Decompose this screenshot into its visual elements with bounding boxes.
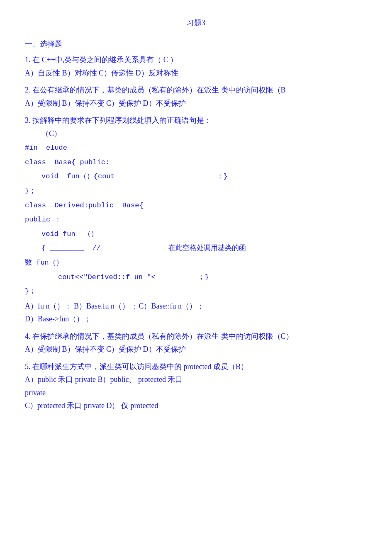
question-3-answer: （C） [25,127,367,141]
code-line-10: cout<<"Derived::f un "< ；} [25,271,367,284]
code-line-9: 数 fun（） [25,257,367,270]
section-header: 一、选择题 [25,38,367,51]
question-1-text: 1. 在 C++中,类与类之间的继承关系具有（ C ） [25,53,367,67]
question-2-text: 2. 在公有继承的情况下，基类的成员（私有的除外）在派生 类中的访问权限（B [25,84,367,97]
question-3: 3. 按解释中的要求在下列程序划线处填入的正确语句是： （C） #in elud… [25,114,367,326]
code-line-7: void fun （） [25,228,367,241]
code-line-4: }； [25,185,367,198]
page-title: 习题3 [25,17,367,29]
code-line-6: public ： [25,214,367,226]
code-line-8: { ________ // 在此空格处调用基类的函 [25,242,367,255]
question-1: 1. 在 C++中,类与类之间的继承关系具有（ C ） A）自反性 B）对称性 … [25,53,367,80]
code-line-2: class Base{ public: [25,156,367,169]
question-1-options: A）自反性 B）对称性 C）传递性 D）反对称性 [25,67,367,80]
code-line-3: void fun（）{cout ；} [25,170,367,183]
question-5-text: 5. 在哪种派生方式中，派生类可以访问基类中的 protected 成员（B） [25,360,367,374]
question-4-options: A）受限制 B）保持不变 C）受保护 D）不受保护 [25,343,367,356]
question-4: 4. 在保护继承的情况下，基类的成员（私有的除外）在派生 类中的访问权限（C） … [25,330,367,356]
question-4-text: 4. 在保护继承的情况下，基类的成员（私有的除外）在派生 类中的访问权限（C） [25,330,367,343]
question-2: 2. 在公有继承的情况下，基类的成员（私有的除外）在派生 类中的访问权限（B A… [25,84,367,110]
question-5-options-line3: C）protected 禾口 private D） 仅 protected [25,399,367,413]
question-2-options: A）受限制 B）保持不变 C）受保护 D）不受保护 [25,97,367,110]
question-5: 5. 在哪种派生方式中，派生类可以访问基类中的 protected 成员（B） … [25,360,367,413]
page-container: 习题3 一、选择题 1. 在 C++中,类与类之间的继承关系具有（ C ） A）… [25,17,367,413]
question-3-options-d: D）Base->fun（）； [25,313,367,326]
question-5-options-line2: private [25,386,367,400]
code-line-5: class Derived:public Base{ [25,199,367,212]
question-3-text: 3. 按解释中的要求在下列程序划线处填入的正确语句是： [25,114,367,127]
code-line-11: }； [25,285,367,298]
question-3-options-abc: A）fu n（）； B）Base.fu n（） ；C）Base::fu n（）； [25,300,367,313]
question-5-options-line1: A）public 禾口 private B）public、 protected … [25,373,367,386]
code-line-1: #in elude [25,142,367,155]
